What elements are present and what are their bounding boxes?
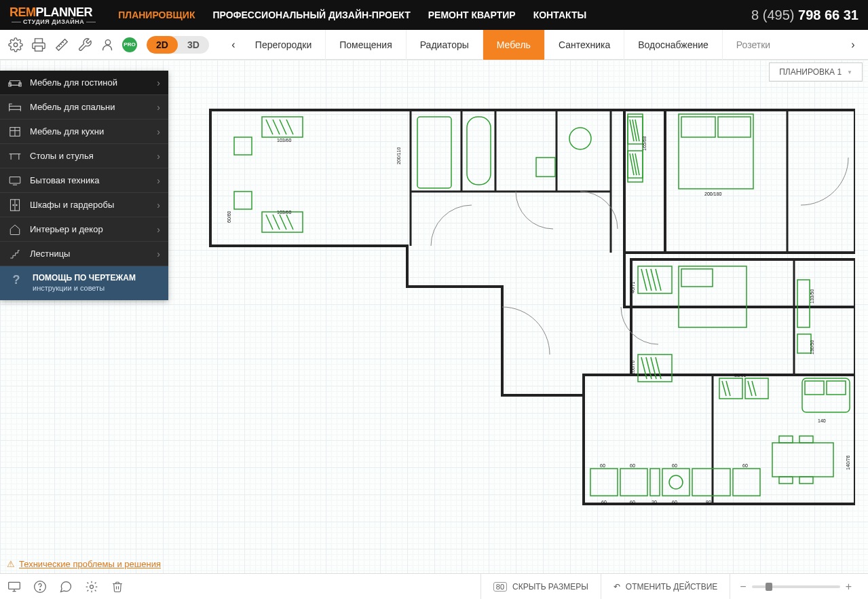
question-mark-icon: ? [8,273,24,287]
chevron-right-icon: › [157,126,160,137]
svg-point-17 [13,204,14,205]
sofa-icon [8,76,22,90]
kitchen-icon [8,125,22,139]
svg-rect-35 [417,117,451,188]
tabs-container: ‹ Перегородки Помещения Радиаторы Мебель… [225,30,861,60]
phone-number[interactable]: 8 (495) 798 66 31 [751,7,858,23]
nav-planner[interactable]: ПЛАНИРОВЩИК [118,10,195,20]
svg-rect-60 [799,477,813,484]
sidebar-help-panel[interactable]: ? ПОМОЩЬ ПО ЧЕРТЕЖАМ инструкции и советы [0,266,168,300]
settings-icon[interactable] [84,579,99,594]
tab-walls[interactable]: Перегородки [242,30,326,60]
svg-point-2 [105,39,110,44]
svg-rect-57 [779,436,793,443]
tab-rooms[interactable]: Помещения [326,30,407,60]
logo[interactable]: REMPLANNER СТУДИЯ ДИЗАЙНА [10,5,98,25]
tab-furniture[interactable]: Мебель [483,30,545,60]
sidebar-item-appliances[interactable]: Бытовая техника › [0,168,168,193]
sidebar-item-label: Мебель для гостиной [30,77,117,88]
svg-rect-31 [234,137,252,155]
print-icon[interactable] [30,36,48,54]
svg-rect-25 [624,110,855,253]
chevron-right-icon: › [157,77,160,88]
tab-water-supply[interactable]: Водоснабжение [624,30,723,60]
trash-icon[interactable] [110,579,125,594]
svg-text:140: 140 [818,418,826,423]
zoom-control: − + [730,574,861,599]
svg-rect-39 [679,114,753,189]
zoom-out-button[interactable]: − [740,581,746,593]
ruler-icon[interactable] [53,36,71,54]
svg-text:60: 60 [630,500,635,505]
sidebar-item-bedroom[interactable]: Мебель для спальни › [0,95,168,120]
hide-dimensions-button[interactable]: 80 СКРЫТЬ РАЗМЕРЫ [480,574,601,599]
sidebar-item-tables[interactable]: Столы и стулья › [0,144,168,168]
help-subtitle: инструкции и советы [33,284,136,292]
svg-rect-46 [681,269,713,287]
svg-text:40/71: 40/71 [630,281,635,293]
footer-bar: 80 СКРЫТЬ РАЗМЕРЫ ↶ ОТМЕНИТЬ ДЕЙСТВИЕ − … [0,573,868,599]
chevron-down-icon: ▼ [847,69,852,75]
chevron-right-icon: › [157,224,160,235]
svg-rect-3 [10,80,20,85]
nav-contacts[interactable]: КОНТАКТЫ [533,10,586,20]
top-nav: ПЛАНИРОВЩИК ПРОФЕССИОНАЛЬНЫЙ ДИЗАЙН-ПРОЕ… [118,10,751,20]
undo-button[interactable]: ↶ ОТМЕНИТЬ ДЕЙСТВИЕ [601,574,730,599]
help-circle-icon[interactable] [33,579,48,594]
svg-rect-55 [827,381,846,395]
svg-point-95 [90,585,94,588]
user-icon[interactable] [99,36,117,54]
svg-point-0 [14,43,18,47]
tab-sockets[interactable]: Розетки [723,30,784,60]
issues-link[interactable]: Технические проблемы и решения [19,559,161,569]
view-3d-button[interactable]: 3D [178,36,209,54]
layout-picker-dropdown[interactable]: ПЛАНИРОВКА 1 ▼ [769,62,863,81]
sidebar-item-living-room[interactable]: Мебель для гостиной › [0,71,168,95]
svg-text:200/180: 200/180 [704,192,721,196]
undo-icon: ↶ [614,582,620,592]
svg-text:60: 60 [601,500,607,505]
sidebar-item-stairs[interactable]: Лестницы › [0,242,168,266]
tab-plumbing[interactable]: Сантехника [545,30,624,60]
svg-rect-90 [9,582,20,589]
svg-rect-64 [662,469,690,496]
sidebar-item-kitchen[interactable]: Мебель для кухни › [0,120,168,144]
svg-point-37 [569,128,591,149]
svg-text:140/76: 140/76 [846,455,850,470]
tab-radiators[interactable]: Радиаторы [407,30,483,60]
svg-rect-47 [638,266,672,293]
svg-point-94 [39,589,40,589]
svg-text:88/61: 88/61 [734,373,747,378]
tabs-scroll-left-icon[interactable]: ‹ [225,31,242,58]
view-toggle: 2D 3D [147,36,209,54]
svg-rect-41 [718,117,751,137]
svg-rect-50 [638,355,672,382]
svg-rect-48 [797,280,810,327]
svg-rect-27 [631,259,855,375]
svg-point-18 [16,204,17,205]
svg-rect-67 [733,469,760,496]
workspace-canvas[interactable]: ПЛАНИРОВКА 1 ▼ Мебель для гостиной › Меб… [0,60,868,573]
svg-rect-49 [797,334,811,353]
svg-rect-54 [805,381,824,395]
floorplan-drawing[interactable]: 103/60 103/60 200/110 60/60 165/68 200/1… [204,103,855,524]
nav-renovation[interactable]: РЕМОНТ КВАРТИР [428,10,516,20]
sidebar-item-label: Шкафы и гардеробы [30,200,114,210]
pro-badge[interactable]: PRO [122,37,137,52]
furniture-sidebar: Мебель для гостиной › Мебель для спальни… [0,71,168,300]
tabs-scroll-right-icon[interactable]: › [845,31,861,58]
monitor-icon[interactable] [7,579,22,594]
view-2d-button[interactable]: 2D [147,36,178,54]
settings-gear-icon[interactable] [7,36,24,54]
sidebar-item-decor[interactable]: Интерьер и декор › [0,217,168,242]
tools-icon[interactable] [76,36,94,54]
svg-rect-42 [628,114,643,182]
nav-design-project[interactable]: ПРОФЕССИОНАЛЬНЫЙ ДИЗАЙН-ПРОЕКТ [212,10,410,20]
zoom-slider[interactable] [752,585,840,588]
zoom-in-button[interactable]: + [846,581,852,593]
toolbar: PRO 2D 3D ‹ Перегородки Помещения Радиат… [0,30,868,60]
chat-icon[interactable] [58,579,73,594]
sidebar-item-wardrobes[interactable]: Шкафы и гардеробы › [0,193,168,217]
svg-text:60/60: 60/60 [227,211,231,223]
svg-rect-1 [35,46,43,50]
